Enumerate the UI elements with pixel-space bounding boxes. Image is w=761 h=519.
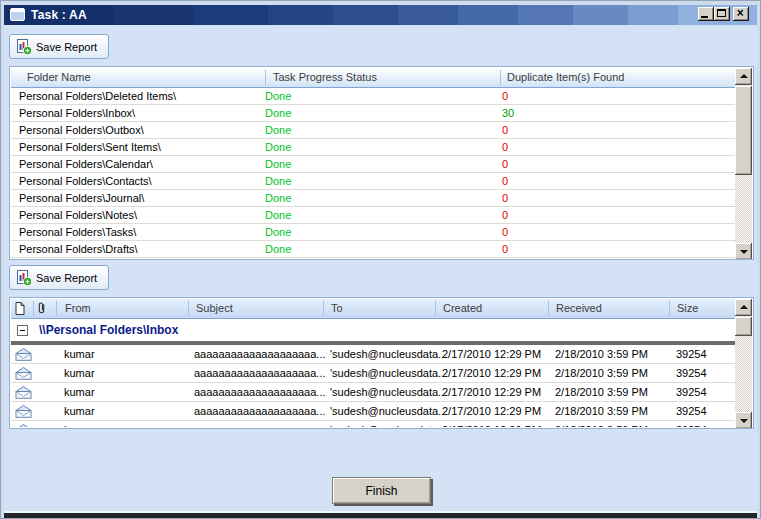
paperclip-icon[interactable] — [37, 301, 46, 317]
scroll-down-button[interactable] — [735, 412, 752, 429]
status-cell: Done — [265, 124, 291, 136]
duplicate-items-table: From Subject To Created Received Size \\… — [9, 297, 754, 429]
message-rows: kumar aaaaaaaaaaaaaaaaaaaa... 'sudesh@nu… — [11, 345, 735, 427]
from-cell: kumar — [64, 424, 95, 427]
received-cell: 2/18/2010 3:59 PM — [555, 386, 648, 398]
up-arrow-icon — [740, 305, 748, 309]
duplicates-count-cell: 0 — [502, 226, 508, 238]
folder-row[interactable]: Personal Folders\Deleted Items\ Done 0 — [11, 88, 735, 105]
column-header-duplicate-items-found[interactable]: Duplicate Item(s) Found — [507, 71, 624, 83]
envelope-open-icon — [15, 405, 32, 420]
duplicates-count-cell: 0 — [502, 90, 508, 102]
group-header-row[interactable]: \\Personal Folders\Inbox — [11, 319, 735, 341]
minimize-button[interactable] — [698, 7, 714, 21]
title-bar[interactable]: Task : AA × — [3, 5, 760, 25]
window-border-left — [1, 1, 4, 519]
folder-row[interactable]: Personal Folders\Notes\ Done 0 — [11, 207, 735, 224]
size-cell: 39254 — [676, 424, 707, 427]
task-window: Task : AA × Save Report Folder Name Task… — [0, 0, 761, 519]
save-report-button-bottom[interactable]: Save Report — [9, 265, 109, 290]
status-cell: Done — [265, 141, 291, 153]
folder-name-cell: Personal Folders\Outbox\ — [19, 124, 144, 136]
column-divider — [548, 301, 549, 316]
to-cell: 'sudesh@nucleusdata... — [330, 424, 447, 427]
status-cell: Done — [265, 175, 291, 187]
message-row[interactable]: kumar aaaaaaaaaaaaaaaaaaaa... 'sudesh@nu… — [11, 383, 735, 402]
folder-name-cell: Personal Folders\Drafts\ — [19, 243, 138, 255]
message-row[interactable]: kumar aaaaaaaaaaaaaaaaaaaa... 'sudesh@nu… — [11, 421, 735, 427]
folder-row[interactable]: Personal Folders\Contacts\ Done 0 — [11, 173, 735, 190]
from-cell: kumar — [64, 367, 95, 379]
size-cell: 39254 — [676, 405, 707, 417]
size-cell: 39254 — [676, 386, 707, 398]
document-icon[interactable] — [15, 302, 25, 317]
size-cell: 39254 — [676, 348, 707, 360]
column-header-folder-name[interactable]: Folder Name — [27, 71, 91, 83]
status-cell: Done — [265, 192, 291, 204]
items-table-header: From Subject To Created Received Size — [11, 299, 752, 319]
folder-row[interactable]: Personal Folders\Outbox\ Done 0 — [11, 122, 735, 139]
folder-row[interactable]: Personal Folders\Tasks\ Done 0 — [11, 224, 735, 241]
column-header-size[interactable]: Size — [677, 302, 698, 314]
finish-button[interactable]: Finish — [332, 477, 431, 504]
minimize-icon — [701, 16, 708, 18]
column-header-task-progress-status[interactable]: Task Progress Status — [273, 71, 377, 83]
status-cell: Done — [265, 226, 291, 238]
save-report-button-top[interactable]: Save Report — [9, 34, 109, 59]
message-row[interactable]: kumar aaaaaaaaaaaaaaaaaaaa... 'sudesh@nu… — [11, 345, 735, 364]
subject-cell: aaaaaaaaaaaaaaaaaaaa... — [194, 424, 326, 427]
folder-row[interactable]: Personal Folders\Inbox\ Done 30 — [11, 105, 735, 122]
duplicates-count-cell: 0 — [502, 175, 508, 187]
column-header-from[interactable]: From — [65, 302, 91, 314]
subject-cell: aaaaaaaaaaaaaaaaaaaa... — [194, 348, 326, 360]
message-row[interactable]: kumar aaaaaaaaaaaaaaaaaaaa... 'sudesh@nu… — [11, 402, 735, 421]
column-header-subject[interactable]: Subject — [196, 302, 233, 314]
from-cell: kumar — [64, 386, 95, 398]
message-row[interactable]: kumar aaaaaaaaaaaaaaaaaaaa... 'sudesh@nu… — [11, 364, 735, 383]
items-table-scrollbar[interactable] — [735, 299, 752, 429]
save-report-icon — [15, 38, 33, 58]
scroll-up-button[interactable] — [735, 68, 752, 85]
window-title: Task : AA — [31, 8, 87, 22]
folder-row[interactable]: Personal Folders\Calendar\ Done 0 — [11, 156, 735, 173]
folder-rows: Personal Folders\Deleted Items\ Done 0 P… — [11, 88, 735, 258]
maximize-button[interactable] — [714, 7, 730, 21]
received-cell: 2/18/2010 3:59 PM — [555, 424, 648, 427]
folder-row[interactable]: Personal Folders\Sent Items\ Done 0 — [11, 139, 735, 156]
scroll-up-button[interactable] — [735, 299, 752, 316]
folder-name-cell: Personal Folders\Notes\ — [19, 209, 137, 221]
column-header-created[interactable]: Created — [443, 302, 482, 314]
scrollbar-thumb[interactable] — [735, 86, 752, 175]
close-icon: × — [733, 7, 747, 19]
close-button[interactable]: × — [733, 7, 749, 21]
folder-name-cell: Personal Folders\Calendar\ — [19, 158, 153, 170]
status-cell: Done — [265, 209, 291, 221]
column-header-received[interactable]: Received — [556, 302, 602, 314]
folder-row[interactable]: Personal Folders\Journal\ Done 0 — [11, 190, 735, 207]
duplicates-count-cell: 0 — [502, 192, 508, 204]
save-report-icon — [15, 269, 33, 289]
folder-table-header: Folder Name Task Progress Status Duplica… — [11, 68, 752, 88]
subject-cell: aaaaaaaaaaaaaaaaaaaa... — [194, 367, 326, 379]
scroll-down-button[interactable] — [735, 243, 752, 260]
to-cell: 'sudesh@nucleusdata... — [330, 348, 447, 360]
maximize-icon — [717, 9, 726, 17]
size-cell: 39254 — [676, 367, 707, 379]
folder-table-scrollbar[interactable] — [735, 68, 752, 260]
scrollbar-thumb[interactable] — [735, 317, 752, 336]
duplicates-count-cell: 0 — [502, 209, 508, 221]
group-header-label: \\Personal Folders\Inbox — [39, 323, 178, 337]
status-cell: Done — [265, 158, 291, 170]
duplicates-count-cell: 0 — [502, 158, 508, 170]
column-header-to[interactable]: To — [331, 302, 343, 314]
folder-name-cell: Personal Folders\Sent Items\ — [19, 141, 161, 153]
created-cell: 2/17/2010 12:29 PM — [442, 405, 541, 417]
from-cell: kumar — [64, 348, 95, 360]
folder-row[interactable]: Personal Folders\Drafts\ Done 0 — [11, 241, 735, 258]
column-divider — [33, 301, 34, 316]
collapse-group-icon[interactable] — [17, 325, 28, 336]
subject-cell: aaaaaaaaaaaaaaaaaaaa... — [194, 405, 326, 417]
duplicates-count-cell: 0 — [502, 124, 508, 136]
to-cell: 'sudesh@nucleusdata... — [330, 405, 447, 417]
status-cell: Done — [265, 90, 291, 102]
